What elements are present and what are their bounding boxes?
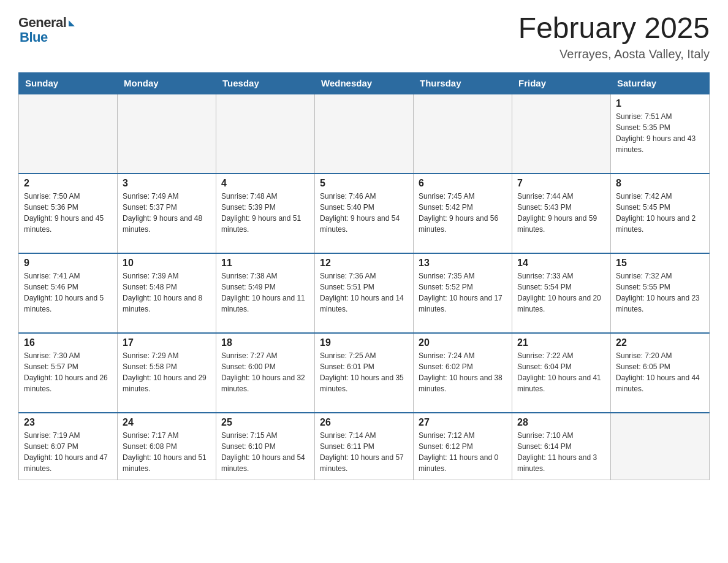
col-thursday: Thursday — [414, 72, 512, 94]
day-info: Sunrise: 7:46 AM Sunset: 5:40 PM Dayligh… — [320, 191, 408, 235]
logo-arrow-icon — [69, 20, 75, 26]
page-header: General Blue February 2025 Verrayes, Aos… — [18, 12, 710, 61]
day-info: Sunrise: 7:39 AM Sunset: 5:48 PM Dayligh… — [123, 270, 211, 315]
day-info: Sunrise: 7:44 AM Sunset: 5:43 PM Dayligh… — [517, 191, 605, 235]
calendar-header: Sunday Monday Tuesday Wednesday Thursday… — [19, 72, 710, 94]
calendar-cell — [611, 413, 710, 480]
calendar-cell: 16Sunrise: 7:30 AM Sunset: 5:57 PM Dayli… — [19, 333, 118, 413]
calendar-cell: 11Sunrise: 7:38 AM Sunset: 5:49 PM Dayli… — [216, 253, 315, 333]
calendar-cell: 13Sunrise: 7:35 AM Sunset: 5:52 PM Dayli… — [414, 253, 512, 333]
day-info: Sunrise: 7:24 AM Sunset: 6:02 PM Dayligh… — [419, 350, 507, 394]
day-number: 26 — [320, 417, 408, 428]
calendar-cell: 8Sunrise: 7:42 AM Sunset: 5:45 PM Daylig… — [611, 174, 710, 253]
calendar-week-row: 2Sunrise: 7:50 AM Sunset: 5:36 PM Daylig… — [19, 174, 710, 253]
calendar-body: 1Sunrise: 7:51 AM Sunset: 5:35 PM Daylig… — [19, 94, 710, 480]
day-number: 8 — [616, 178, 704, 189]
day-info: Sunrise: 7:25 AM Sunset: 6:01 PM Dayligh… — [320, 350, 408, 394]
calendar-week-row: 16Sunrise: 7:30 AM Sunset: 5:57 PM Dayli… — [19, 333, 710, 413]
calendar-cell: 15Sunrise: 7:32 AM Sunset: 5:55 PM Dayli… — [611, 253, 710, 333]
day-number: 25 — [221, 417, 309, 428]
day-number: 6 — [419, 178, 507, 189]
day-number: 14 — [517, 258, 605, 269]
day-number: 12 — [320, 258, 408, 269]
day-number: 28 — [517, 417, 605, 428]
col-saturday: Saturday — [611, 72, 710, 94]
calendar-week-row: 9Sunrise: 7:41 AM Sunset: 5:46 PM Daylig… — [19, 253, 710, 333]
day-info: Sunrise: 7:51 AM Sunset: 5:35 PM Dayligh… — [616, 111, 704, 155]
day-number: 15 — [616, 258, 704, 269]
day-info: Sunrise: 7:32 AM Sunset: 5:55 PM Dayligh… — [616, 270, 704, 315]
calendar-cell: 14Sunrise: 7:33 AM Sunset: 5:54 PM Dayli… — [512, 253, 611, 333]
logo-general-text: General — [18, 15, 66, 31]
day-info: Sunrise: 7:19 AM Sunset: 6:07 PM Dayligh… — [24, 430, 112, 474]
calendar-cell — [216, 94, 315, 174]
day-info: Sunrise: 7:35 AM Sunset: 5:52 PM Dayligh… — [419, 270, 507, 315]
col-monday: Monday — [118, 72, 216, 94]
day-number: 11 — [221, 258, 309, 269]
col-wednesday: Wednesday — [315, 72, 414, 94]
day-number: 27 — [419, 417, 507, 428]
calendar-cell: 20Sunrise: 7:24 AM Sunset: 6:02 PM Dayli… — [414, 333, 512, 413]
day-number: 22 — [616, 337, 704, 348]
day-info: Sunrise: 7:45 AM Sunset: 5:42 PM Dayligh… — [419, 191, 507, 235]
calendar-cell: 28Sunrise: 7:10 AM Sunset: 6:14 PM Dayli… — [512, 413, 611, 480]
day-info: Sunrise: 7:36 AM Sunset: 5:51 PM Dayligh… — [320, 270, 408, 315]
calendar-cell: 22Sunrise: 7:20 AM Sunset: 6:05 PM Dayli… — [611, 333, 710, 413]
day-info: Sunrise: 7:50 AM Sunset: 5:36 PM Dayligh… — [24, 191, 112, 235]
day-info: Sunrise: 7:10 AM Sunset: 6:14 PM Dayligh… — [517, 430, 605, 474]
day-number: 5 — [320, 178, 408, 189]
day-number: 19 — [320, 337, 408, 348]
calendar-cell: 3Sunrise: 7:49 AM Sunset: 5:37 PM Daylig… — [118, 174, 216, 253]
calendar-cell: 4Sunrise: 7:48 AM Sunset: 5:39 PM Daylig… — [216, 174, 315, 253]
day-number: 13 — [419, 258, 507, 269]
day-number: 20 — [419, 337, 507, 348]
calendar-cell — [414, 94, 512, 174]
calendar-cell: 10Sunrise: 7:39 AM Sunset: 5:48 PM Dayli… — [118, 253, 216, 333]
day-number: 10 — [123, 258, 211, 269]
calendar-cell: 9Sunrise: 7:41 AM Sunset: 5:46 PM Daylig… — [19, 253, 118, 333]
day-info: Sunrise: 7:29 AM Sunset: 5:58 PM Dayligh… — [123, 350, 211, 394]
calendar-cell: 24Sunrise: 7:17 AM Sunset: 6:08 PM Dayli… — [118, 413, 216, 480]
calendar-cell — [118, 94, 216, 174]
calendar-cell: 23Sunrise: 7:19 AM Sunset: 6:07 PM Dayli… — [19, 413, 118, 480]
day-number: 7 — [517, 178, 605, 189]
day-info: Sunrise: 7:20 AM Sunset: 6:05 PM Dayligh… — [616, 350, 704, 394]
calendar-cell: 27Sunrise: 7:12 AM Sunset: 6:12 PM Dayli… — [414, 413, 512, 480]
logo: General Blue — [18, 15, 75, 45]
calendar-cell: 26Sunrise: 7:14 AM Sunset: 6:11 PM Dayli… — [315, 413, 414, 480]
day-info: Sunrise: 7:27 AM Sunset: 6:00 PM Dayligh… — [221, 350, 309, 394]
header-row: Sunday Monday Tuesday Wednesday Thursday… — [19, 72, 710, 94]
calendar-cell: 19Sunrise: 7:25 AM Sunset: 6:01 PM Dayli… — [315, 333, 414, 413]
calendar-cell — [512, 94, 611, 174]
calendar-cell: 12Sunrise: 7:36 AM Sunset: 5:51 PM Dayli… — [315, 253, 414, 333]
calendar-cell: 2Sunrise: 7:50 AM Sunset: 5:36 PM Daylig… — [19, 174, 118, 253]
day-info: Sunrise: 7:17 AM Sunset: 6:08 PM Dayligh… — [123, 430, 211, 474]
day-number: 1 — [616, 98, 704, 109]
calendar-cell: 1Sunrise: 7:51 AM Sunset: 5:35 PM Daylig… — [611, 94, 710, 174]
calendar-week-row: 23Sunrise: 7:19 AM Sunset: 6:07 PM Dayli… — [19, 413, 710, 480]
month-title: February 2025 — [518, 12, 710, 45]
location-title: Verrayes, Aosta Valley, Italy — [518, 47, 710, 61]
calendar-cell: 17Sunrise: 7:29 AM Sunset: 5:58 PM Dayli… — [118, 333, 216, 413]
day-number: 3 — [123, 178, 211, 189]
logo-blue-text: Blue — [18, 29, 48, 45]
day-info: Sunrise: 7:15 AM Sunset: 6:10 PM Dayligh… — [221, 430, 309, 474]
day-info: Sunrise: 7:14 AM Sunset: 6:11 PM Dayligh… — [320, 430, 408, 474]
day-number: 21 — [517, 337, 605, 348]
calendar-cell: 18Sunrise: 7:27 AM Sunset: 6:00 PM Dayli… — [216, 333, 315, 413]
calendar-cell: 25Sunrise: 7:15 AM Sunset: 6:10 PM Dayli… — [216, 413, 315, 480]
day-info: Sunrise: 7:22 AM Sunset: 6:04 PM Dayligh… — [517, 350, 605, 394]
day-number: 2 — [24, 178, 112, 189]
day-number: 17 — [123, 337, 211, 348]
day-info: Sunrise: 7:12 AM Sunset: 6:12 PM Dayligh… — [419, 430, 507, 474]
calendar-cell — [19, 94, 118, 174]
col-friday: Friday — [512, 72, 611, 94]
day-info: Sunrise: 7:41 AM Sunset: 5:46 PM Dayligh… — [24, 270, 112, 315]
calendar-cell: 6Sunrise: 7:45 AM Sunset: 5:42 PM Daylig… — [414, 174, 512, 253]
calendar-table: Sunday Monday Tuesday Wednesday Thursday… — [18, 72, 710, 481]
day-number: 18 — [221, 337, 309, 348]
day-info: Sunrise: 7:49 AM Sunset: 5:37 PM Dayligh… — [123, 191, 211, 235]
day-info: Sunrise: 7:38 AM Sunset: 5:49 PM Dayligh… — [221, 270, 309, 315]
day-number: 16 — [24, 337, 112, 348]
day-number: 9 — [24, 258, 112, 269]
